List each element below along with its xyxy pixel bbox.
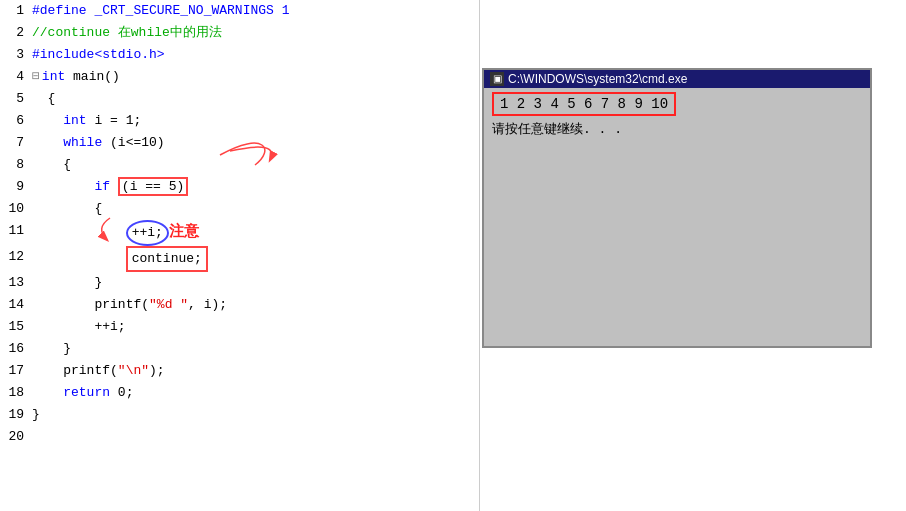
line-content: while (i<=10) xyxy=(32,132,475,154)
code-line: 4⊟int main() xyxy=(0,66,479,88)
line-number: 19 xyxy=(4,404,24,426)
cmd-continue-text: 请按任意键继续. . . xyxy=(492,120,862,138)
line-number: 3 xyxy=(4,44,24,66)
cmd-window: ▣ C:\WINDOWS\system32\cmd.exe 1 2 3 4 5 … xyxy=(482,68,872,348)
line-number: 7 xyxy=(4,132,24,154)
line-content: ++i; xyxy=(32,316,475,338)
line-number: 4 xyxy=(4,66,24,88)
code-line: 13 } xyxy=(0,272,479,294)
line-content: ++i;注意 xyxy=(32,220,475,246)
line-content: } xyxy=(32,338,475,360)
line-number: 17 xyxy=(4,360,24,382)
line-number: 5 xyxy=(4,88,24,110)
code-line: 16 } xyxy=(0,338,479,360)
line-number: 13 xyxy=(4,272,24,294)
code-line: 19} xyxy=(0,404,479,426)
line-content: } xyxy=(32,272,475,294)
line-content: return 0; xyxy=(32,382,475,404)
line-content: #include<stdio.h> xyxy=(32,44,475,66)
line-content: { xyxy=(32,154,475,176)
line-content: { xyxy=(32,88,475,110)
code-line: 12 continue; xyxy=(0,246,479,272)
line-content: if (i == 5) xyxy=(32,176,475,198)
cmd-titlebar: ▣ C:\WINDOWS\system32\cmd.exe xyxy=(484,70,870,88)
line-number: 6 xyxy=(4,110,24,132)
line-content: { xyxy=(32,198,475,220)
line-number: 18 xyxy=(4,382,24,404)
line-content: printf("\n"); xyxy=(32,360,475,382)
code-editor: 1#define _CRT_SECURE_NO_WARNINGS 12//con… xyxy=(0,0,480,511)
code-line: 1#define _CRT_SECURE_NO_WARNINGS 1 xyxy=(0,0,479,22)
line-number: 9 xyxy=(4,176,24,198)
line-content: } xyxy=(32,404,475,426)
code-line: 2//continue 在while中的用法 xyxy=(0,22,479,44)
line-number: 15 xyxy=(4,316,24,338)
line-number: 10 xyxy=(4,198,24,220)
code-line: 15 ++i; xyxy=(0,316,479,338)
line-content: //continue 在while中的用法 xyxy=(32,22,475,44)
code-line: 18 return 0; xyxy=(0,382,479,404)
line-content: ⊟int main() xyxy=(32,66,475,88)
line-number: 2 xyxy=(4,22,24,44)
cmd-output-line: 1 2 3 4 5 6 7 8 9 10 xyxy=(492,92,862,116)
code-line: 10 { xyxy=(0,198,479,220)
code-line: 5 { xyxy=(0,88,479,110)
line-number: 12 xyxy=(4,246,24,268)
code-line: 8 { xyxy=(0,154,479,176)
line-number: 1 xyxy=(4,0,24,22)
code-line: 7 while (i<=10) xyxy=(0,132,479,154)
line-number: 14 xyxy=(4,294,24,316)
line-number: 20 xyxy=(4,426,24,448)
line-number: 16 xyxy=(4,338,24,360)
line-content: printf("%d ", i); xyxy=(32,294,475,316)
cmd-body: 1 2 3 4 5 6 7 8 9 10 请按任意键继续. . . xyxy=(484,88,870,142)
line-number: 11 xyxy=(4,220,24,242)
code-line: 6 int i = 1; xyxy=(0,110,479,132)
code-line: 17 printf("\n"); xyxy=(0,360,479,382)
line-content: #define _CRT_SECURE_NO_WARNINGS 1 xyxy=(32,0,475,22)
code-line: 9 if (i == 5) xyxy=(0,176,479,198)
cmd-icon: ▣ xyxy=(490,72,504,86)
line-content: continue; xyxy=(32,246,475,272)
cmd-output: 1 2 3 4 5 6 7 8 9 10 xyxy=(492,92,676,116)
code-line: 3#include<stdio.h> xyxy=(0,44,479,66)
cmd-title: C:\WINDOWS\system32\cmd.exe xyxy=(508,72,687,86)
code-line: 20 xyxy=(0,426,479,448)
code-line: 14 printf("%d ", i); xyxy=(0,294,479,316)
line-content: int i = 1; xyxy=(32,110,475,132)
line-number: 8 xyxy=(4,154,24,176)
code-line: 11 ++i;注意 xyxy=(0,220,479,246)
